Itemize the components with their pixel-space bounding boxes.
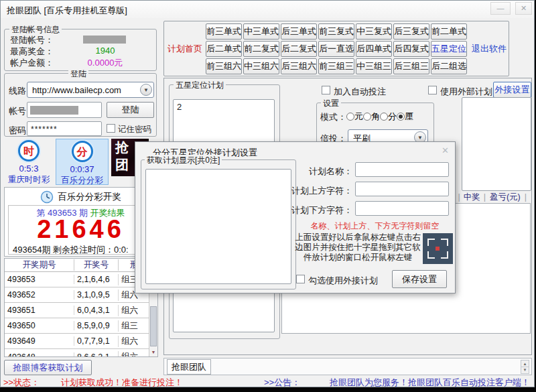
nav-button[interactable]: 后二复式 — [281, 41, 317, 57]
lottery-tile-cqssc[interactable]: 时 0:5:3 重庆时时彩 — [3, 139, 54, 185]
password-input[interactable]: ******* — [27, 121, 102, 136]
chevron-down-icon[interactable]: ▼ — [140, 84, 152, 96]
results-col-win: 中奖 — [460, 192, 484, 203]
blffc-icon: 分 — [72, 141, 93, 162]
external-settings-button[interactable]: 外接设置 — [493, 82, 531, 98]
login-group-title: 登陆 — [68, 68, 88, 80]
external-plan-checkbox[interactable] — [428, 86, 437, 94]
nav-button[interactable]: 前三单式 — [206, 23, 242, 40]
cqssc-timer: 0:5:3 — [3, 164, 54, 174]
side-listbox[interactable] — [462, 97, 531, 191]
nav-button-active[interactable]: 五星定位 — [431, 41, 467, 57]
status-label: >>状态： — [3, 377, 40, 389]
settings-group-title: 设置 — [321, 98, 341, 109]
dialog-instructions: 上面设置好以后拿鼠标左键点击右边图片并按住把十字星拖到其它软件放计划的窗口松开鼠… — [295, 233, 421, 263]
lottery-tile-blffc[interactable]: 分 0:0:37 百乐分分彩 — [56, 139, 109, 185]
scrollbar-down-icon[interactable]: ▼ — [149, 348, 157, 356]
nav-button[interactable]: 中三单式 — [243, 23, 279, 40]
results-header: | 中奖 | 盈亏(元) | — [458, 192, 529, 202]
table-row[interactable]: 493649 0,7,7,9,1 组六 — [5, 334, 157, 349]
minimize-button[interactable]: — — [490, 2, 511, 15]
nav-button[interactable]: 中三组三 — [356, 58, 392, 74]
table-row[interactable]: 493648 8,6,6,2,1 组六 — [5, 349, 157, 357]
nav-button[interactable]: 后三组六 — [281, 58, 317, 74]
scroll-up-icon[interactable]: ▲ — [521, 361, 529, 367]
max-prize-value: 1940 — [78, 46, 132, 56]
dialog-close-icon[interactable]: ✕ — [442, 145, 449, 155]
nav-button[interactable]: 后四单式 — [356, 41, 392, 57]
row-issue: 493652 — [5, 290, 74, 300]
autobet-checkbox[interactable] — [322, 86, 330, 94]
table-row[interactable]: 493651 6,0,4,3,1 组六 — [5, 303, 157, 318]
history-header-issue: 开奖期号 — [5, 259, 74, 271]
scroll-down-icon[interactable]: ▼ — [521, 367, 529, 373]
row-numbers: 2,1,6,4,6 — [74, 275, 118, 284]
plan-nav-grid: 前三单式 中三单式 后三单式 前三复式 中三复式 后三复式 前二单式 后二单式 … — [206, 23, 467, 74]
bottom-tab-bar: 抢眼团队 ▲ ▼ — [163, 358, 532, 375]
line-combobox[interactable]: http://www.bailecp.com ▼ — [27, 82, 154, 98]
plan-nav-home[interactable]: 计划首页 — [164, 21, 206, 76]
fetch-plan-group: 获取计划显示[共0注] — [141, 159, 296, 289]
account-field-label: 帐号 — [9, 105, 26, 117]
tab-team[interactable]: 抢眼团队 — [167, 359, 211, 375]
nav-button[interactable]: 后四复式 — [393, 41, 429, 57]
nav-button[interactable]: 后三组三 — [393, 58, 429, 74]
mode-radio-fen[interactable] — [380, 113, 388, 121]
results-col-profit: 盈亏(元) — [486, 192, 525, 203]
mini-scrollbar[interactable]: ▲ ▼ — [521, 360, 529, 374]
row-numbers: 8,6,6,2,1 — [74, 352, 118, 358]
account-number-masked — [83, 36, 126, 44]
nav-button[interactable]: 后二组选 — [431, 58, 467, 74]
row-numbers: 3,1,0,9,5 — [74, 290, 118, 300]
window-title: 抢眼团队 [百乐专用挂机至尊版] — [7, 5, 127, 17]
plan-bottom-input[interactable] — [355, 201, 449, 216]
external-plan-dialog: 分分五星定位外接计划设置 ✕ 获取计划显示[共0注] 计划名称： 计划上方字符：… — [135, 141, 456, 293]
remember-password-label: 记住密码 — [118, 124, 151, 135]
balance-label: 帐户金额： — [10, 57, 54, 69]
title-bar: 抢眼团队 [百乐专用挂机至尊版] — ✕ — [1, 1, 534, 18]
plan-name-label: 计划名称： — [267, 166, 352, 178]
account-label: 登陆帐号： — [10, 34, 54, 46]
exit-software-button[interactable]: 退出软件 — [470, 21, 509, 76]
account-input-masked — [30, 106, 78, 115]
nav-button[interactable]: 前二单式 — [431, 23, 467, 40]
nav-button[interactable]: 中三复式 — [356, 23, 392, 40]
scrollbar-thumb[interactable] — [150, 306, 157, 346]
nav-button[interactable]: 前三组三 — [318, 58, 354, 74]
mode-option-label: 元 — [354, 111, 363, 121]
nav-button[interactable]: 后二单式 — [206, 41, 242, 57]
crosshair-corner — [441, 251, 448, 259]
row-issue: 493649 — [5, 336, 74, 346]
autobet-label: 加入自动投注 — [334, 86, 386, 98]
account-input[interactable] — [27, 102, 102, 118]
plan-name-input[interactable] — [355, 162, 449, 177]
nav-button[interactable]: 前三组六 — [206, 58, 242, 74]
line-url: http://www.bailecp.com — [32, 85, 121, 95]
blog-fetch-plan-button[interactable]: 抢眼博客获取计划 — [4, 360, 92, 375]
account-info-group: 登陆帐号信息 登陆帐号： 最高奖金： 1940 帐户金额： 0.0000元 — [4, 29, 157, 71]
mode-option-label: 分 — [388, 111, 397, 121]
remember-password-checkbox[interactable] — [107, 124, 115, 133]
close-icon: ✕ — [521, 4, 527, 12]
save-settings-button[interactable]: 保存设置 — [392, 270, 447, 288]
nav-button[interactable]: 前二复式 — [243, 41, 279, 57]
mode-radio-li[interactable] — [397, 113, 405, 121]
plan-bottom-label: 计划下方字符： — [267, 204, 352, 216]
login-button[interactable]: 登陆 — [107, 102, 154, 118]
use-external-plan-checkbox[interactable] — [296, 275, 305, 283]
nav-button[interactable]: 后三复式 — [393, 23, 429, 40]
close-button[interactable]: ✕ — [515, 2, 532, 15]
mode-radio-yuan[interactable] — [346, 113, 354, 121]
blffc-label: 百乐分分彩 — [56, 175, 108, 186]
table-row[interactable]: 493650 8,5,9,0,9 组三 — [5, 318, 157, 334]
plan-top-input[interactable] — [355, 182, 449, 196]
nav-button[interactable]: 中三组六 — [243, 58, 279, 74]
balance-value: 0.0000元 — [78, 57, 132, 69]
nav-button[interactable]: 前三复式 — [318, 23, 354, 40]
nav-button[interactable]: 后一直选 — [318, 41, 354, 57]
crosshair-drag-icon[interactable] — [423, 233, 453, 264]
mode-radio-jiao[interactable] — [363, 113, 371, 121]
plan-group-title: 五星定位计划 — [174, 80, 226, 91]
status-bar: >>状态： 计划获取成功！准备进行投注！ >>公告： 抢眼团队为您服务！抢眼团队… — [1, 375, 534, 388]
nav-button[interactable]: 后三单式 — [281, 23, 317, 40]
